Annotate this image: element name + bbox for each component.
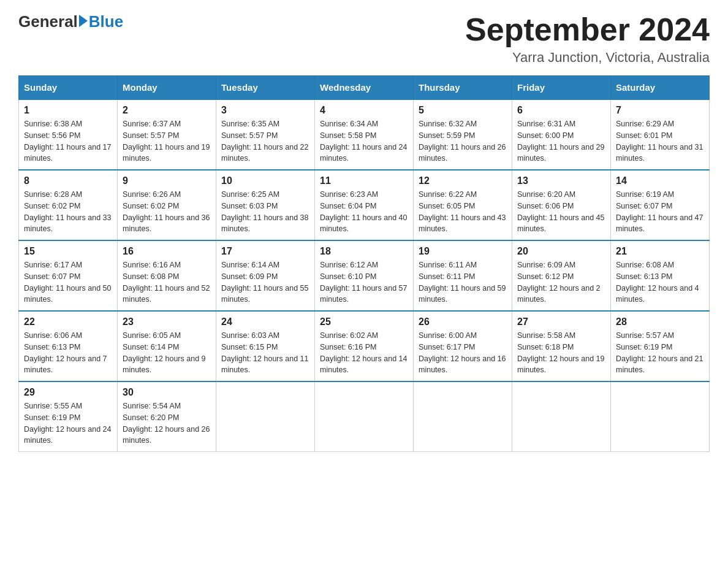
day-number: 7 — [616, 105, 704, 116]
calendar-day-cell: 6Sunrise: 6:31 AMSunset: 6:00 PMDaylight… — [512, 99, 611, 170]
calendar-day-header: Thursday — [414, 76, 512, 100]
day-info: Sunrise: 6:06 AMSunset: 6:13 PMDaylight:… — [24, 330, 112, 376]
day-info: Sunrise: 6:09 AMSunset: 6:12 PMDaylight:… — [517, 259, 605, 305]
day-info: Sunrise: 6:29 AMSunset: 6:01 PMDaylight:… — [616, 118, 704, 164]
calendar-day-cell: 4Sunrise: 6:34 AMSunset: 5:58 PMDaylight… — [315, 99, 414, 170]
day-number: 11 — [320, 175, 408, 186]
day-info: Sunrise: 6:08 AMSunset: 6:13 PMDaylight:… — [616, 259, 704, 305]
calendar-week-row: 29Sunrise: 5:55 AMSunset: 6:19 PMDayligh… — [19, 381, 710, 452]
calendar-day-cell — [414, 381, 512, 452]
day-info: Sunrise: 6:28 AMSunset: 6:02 PMDaylight:… — [24, 189, 112, 235]
day-number: 14 — [616, 175, 704, 186]
day-info: Sunrise: 6:00 AMSunset: 6:17 PMDaylight:… — [419, 330, 507, 376]
day-number: 19 — [419, 246, 507, 257]
calendar-day-cell: 12Sunrise: 6:22 AMSunset: 6:05 PMDayligh… — [414, 170, 512, 240]
calendar-header-row: SundayMondayTuesdayWednesdayThursdayFrid… — [19, 76, 710, 100]
calendar-day-cell: 7Sunrise: 6:29 AMSunset: 6:01 PMDaylight… — [611, 99, 710, 170]
location-subtitle: Yarra Junction, Victoria, Australia — [465, 50, 710, 66]
day-number: 12 — [419, 175, 507, 186]
day-number: 3 — [221, 105, 309, 116]
calendar-day-cell: 22Sunrise: 6:06 AMSunset: 6:13 PMDayligh… — [19, 311, 118, 381]
day-info: Sunrise: 5:58 AMSunset: 6:18 PMDaylight:… — [517, 330, 605, 376]
day-info: Sunrise: 6:03 AMSunset: 6:15 PMDaylight:… — [221, 330, 309, 376]
day-number: 26 — [419, 316, 507, 327]
logo-blue-text: Blue — [89, 12, 123, 31]
calendar-body: 1Sunrise: 6:38 AMSunset: 5:56 PMDaylight… — [19, 99, 710, 452]
day-info: Sunrise: 6:35 AMSunset: 5:57 PMDaylight:… — [221, 118, 309, 164]
calendar-day-cell — [315, 381, 414, 452]
calendar-day-cell: 15Sunrise: 6:17 AMSunset: 6:07 PMDayligh… — [19, 240, 118, 311]
calendar-day-cell: 14Sunrise: 6:19 AMSunset: 6:07 PMDayligh… — [611, 170, 710, 240]
month-year-title: September 2024 — [465, 12, 710, 47]
day-number: 27 — [517, 316, 605, 327]
day-info: Sunrise: 5:55 AMSunset: 6:19 PMDaylight:… — [24, 400, 112, 446]
day-number: 16 — [123, 246, 211, 257]
day-info: Sunrise: 6:14 AMSunset: 6:09 PMDaylight:… — [221, 259, 309, 305]
day-number: 15 — [24, 246, 112, 257]
calendar-day-header: Monday — [118, 76, 216, 100]
day-number: 17 — [221, 246, 309, 257]
day-number: 13 — [517, 175, 605, 186]
calendar-table: SundayMondayTuesdayWednesdayThursdayFrid… — [18, 75, 710, 452]
day-info: Sunrise: 6:16 AMSunset: 6:08 PMDaylight:… — [123, 259, 211, 305]
day-number: 29 — [24, 387, 112, 398]
calendar-day-cell: 16Sunrise: 6:16 AMSunset: 6:08 PMDayligh… — [118, 240, 216, 311]
calendar-day-cell: 3Sunrise: 6:35 AMSunset: 5:57 PMDaylight… — [216, 99, 315, 170]
calendar-day-cell: 25Sunrise: 6:02 AMSunset: 6:16 PMDayligh… — [315, 311, 414, 381]
day-number: 5 — [419, 105, 507, 116]
day-number: 30 — [123, 387, 211, 398]
calendar-day-cell: 8Sunrise: 6:28 AMSunset: 6:02 PMDaylight… — [19, 170, 118, 240]
calendar-day-cell: 26Sunrise: 6:00 AMSunset: 6:17 PMDayligh… — [414, 311, 512, 381]
day-info: Sunrise: 5:57 AMSunset: 6:19 PMDaylight:… — [616, 330, 704, 376]
calendar-day-cell: 23Sunrise: 6:05 AMSunset: 6:14 PMDayligh… — [118, 311, 216, 381]
day-info: Sunrise: 6:26 AMSunset: 6:02 PMDaylight:… — [123, 189, 211, 235]
day-info: Sunrise: 6:38 AMSunset: 5:56 PMDaylight:… — [24, 118, 112, 164]
day-number: 1 — [24, 105, 112, 116]
calendar-day-cell: 1Sunrise: 6:38 AMSunset: 5:56 PMDaylight… — [19, 99, 118, 170]
day-info: Sunrise: 6:34 AMSunset: 5:58 PMDaylight:… — [320, 118, 408, 164]
day-number: 8 — [24, 175, 112, 186]
calendar-day-cell: 18Sunrise: 6:12 AMSunset: 6:10 PMDayligh… — [315, 240, 414, 311]
page-header: General Blue September 2024 Yarra Juncti… — [18, 12, 710, 66]
calendar-day-cell: 17Sunrise: 6:14 AMSunset: 6:09 PMDayligh… — [216, 240, 315, 311]
calendar-day-cell — [216, 381, 315, 452]
calendar-week-row: 1Sunrise: 6:38 AMSunset: 5:56 PMDaylight… — [19, 99, 710, 170]
day-info: Sunrise: 6:37 AMSunset: 5:57 PMDaylight:… — [123, 118, 211, 164]
calendar-day-cell: 5Sunrise: 6:32 AMSunset: 5:59 PMDaylight… — [414, 99, 512, 170]
calendar-day-cell: 24Sunrise: 6:03 AMSunset: 6:15 PMDayligh… — [216, 311, 315, 381]
calendar-day-cell: 29Sunrise: 5:55 AMSunset: 6:19 PMDayligh… — [19, 381, 118, 452]
calendar-day-cell: 2Sunrise: 6:37 AMSunset: 5:57 PMDaylight… — [118, 99, 216, 170]
day-info: Sunrise: 6:19 AMSunset: 6:07 PMDaylight:… — [616, 189, 704, 235]
day-number: 28 — [616, 316, 704, 327]
calendar-day-header: Friday — [512, 76, 611, 100]
day-number: 6 — [517, 105, 605, 116]
calendar-day-cell: 20Sunrise: 6:09 AMSunset: 6:12 PMDayligh… — [512, 240, 611, 311]
day-info: Sunrise: 5:54 AMSunset: 6:20 PMDaylight:… — [123, 400, 211, 446]
day-info: Sunrise: 6:17 AMSunset: 6:07 PMDaylight:… — [24, 259, 112, 305]
calendar-day-cell: 21Sunrise: 6:08 AMSunset: 6:13 PMDayligh… — [611, 240, 710, 311]
calendar-week-row: 22Sunrise: 6:06 AMSunset: 6:13 PMDayligh… — [19, 311, 710, 381]
calendar-day-cell: 13Sunrise: 6:20 AMSunset: 6:06 PMDayligh… — [512, 170, 611, 240]
day-info: Sunrise: 6:31 AMSunset: 6:00 PMDaylight:… — [517, 118, 605, 164]
calendar-day-cell: 11Sunrise: 6:23 AMSunset: 6:04 PMDayligh… — [315, 170, 414, 240]
calendar-day-header: Sunday — [19, 76, 118, 100]
calendar-day-cell — [611, 381, 710, 452]
title-area: September 2024 Yarra Junction, Victoria,… — [465, 12, 710, 66]
calendar-day-header: Wednesday — [315, 76, 414, 100]
day-info: Sunrise: 6:32 AMSunset: 5:59 PMDaylight:… — [419, 118, 507, 164]
day-info: Sunrise: 6:12 AMSunset: 6:10 PMDaylight:… — [320, 259, 408, 305]
day-number: 10 — [221, 175, 309, 186]
logo-general-text: General — [18, 12, 78, 31]
day-number: 24 — [221, 316, 309, 327]
day-info: Sunrise: 6:25 AMSunset: 6:03 PMDaylight:… — [221, 189, 309, 235]
day-number: 4 — [320, 105, 408, 116]
day-info: Sunrise: 6:02 AMSunset: 6:16 PMDaylight:… — [320, 330, 408, 376]
calendar-day-cell: 27Sunrise: 5:58 AMSunset: 6:18 PMDayligh… — [512, 311, 611, 381]
day-number: 25 — [320, 316, 408, 327]
calendar-day-cell — [512, 381, 611, 452]
calendar-week-row: 8Sunrise: 6:28 AMSunset: 6:02 PMDaylight… — [19, 170, 710, 240]
calendar-day-cell: 19Sunrise: 6:11 AMSunset: 6:11 PMDayligh… — [414, 240, 512, 311]
calendar-day-header: Tuesday — [216, 76, 315, 100]
logo-triangle-icon — [79, 15, 88, 27]
day-number: 18 — [320, 246, 408, 257]
